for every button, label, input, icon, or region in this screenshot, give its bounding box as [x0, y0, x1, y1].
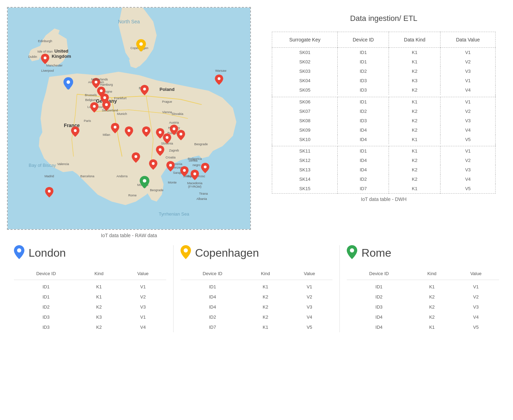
city-table-cell: V4 — [286, 312, 332, 322]
city-col-header: Device ID — [181, 267, 245, 280]
etl-container: Data ingestion/ ETL Surrogate Key Device… — [261, 7, 506, 238]
etl-cell: SK08 — [272, 116, 338, 125]
city-table-cell: K1 — [245, 280, 286, 292]
etl-cell: K1 — [389, 97, 441, 107]
svg-point-72 — [114, 126, 116, 129]
city-name: Rome — [361, 247, 391, 259]
svg-point-65 — [44, 56, 46, 59]
etl-cell: SK13 — [272, 165, 338, 174]
city-table-row: ID7K1V5 — [181, 322, 333, 332]
svg-text:Vienna: Vienna — [162, 110, 172, 114]
map-container: North Sea Bay of Biscay Tyrrhenian Sea U… — [7, 7, 251, 230]
city-table-cell: K2 — [78, 302, 120, 312]
svg-point-77 — [173, 127, 175, 130]
svg-text:Valencia: Valencia — [57, 162, 69, 166]
svg-text:Prague: Prague — [162, 100, 172, 103]
svg-text:Poland: Poland — [160, 87, 175, 92]
svg-point-83 — [183, 169, 186, 172]
city-table-cell: V2 — [453, 292, 499, 302]
etl-cell: SK01 — [272, 48, 338, 57]
svg-text:Madrid: Madrid — [45, 174, 54, 178]
etl-cell: V2 — [441, 156, 496, 165]
svg-point-79 — [74, 129, 77, 132]
svg-text:Manchester: Manchester — [46, 64, 63, 67]
svg-point-84 — [204, 165, 207, 168]
city-table-cell: V4 — [453, 312, 499, 322]
city-table-cell: V5 — [453, 322, 499, 332]
city-table-row: ID1K1V1 — [181, 280, 333, 292]
city-table-cell: V3 — [286, 302, 332, 312]
city-table-cell: ID4 — [181, 302, 245, 312]
etl-cell: V1 — [441, 48, 496, 57]
svg-point-92 — [350, 248, 354, 252]
svg-point-88 — [93, 105, 96, 108]
city-table-row: ID2K2V3 — [14, 302, 166, 312]
etl-cell: SK03 — [272, 67, 338, 76]
col-data-kind: Data Kind — [389, 32, 441, 48]
etl-cell: SK06 — [272, 97, 338, 107]
etl-cell: ID2 — [338, 174, 389, 184]
city-table-cell: K2 — [245, 292, 286, 302]
city-table-row: ID2K2V4 — [181, 312, 333, 322]
svg-text:(FYROM): (FYROM) — [188, 185, 201, 188]
city-table-cell: ID3 — [14, 322, 78, 332]
svg-text:Frankfurt: Frankfurt — [114, 96, 127, 100]
city-table-cell: V5 — [286, 322, 332, 332]
etl-table-label: IoT data table - DWH — [272, 196, 496, 202]
etl-cell: K2 — [389, 85, 441, 95]
svg-point-73 — [128, 129, 130, 132]
etl-cell: K1 — [389, 146, 441, 156]
svg-text:Austria: Austria — [169, 121, 179, 124]
svg-point-60 — [67, 80, 70, 84]
etl-cell: K1 — [389, 57, 441, 67]
svg-point-91 — [184, 248, 188, 252]
svg-text:Andorra: Andorra — [116, 174, 128, 178]
city-table-cell: ID1 — [181, 280, 245, 292]
city-table-cell: V2 — [286, 292, 332, 302]
svg-point-90 — [17, 248, 21, 252]
svg-point-62 — [139, 42, 143, 46]
city-table-cell: ID4 — [347, 312, 411, 322]
svg-text:Bay of Biscay: Bay of Biscay — [29, 163, 56, 168]
city-table-row: ID1K1V1 — [347, 280, 499, 292]
svg-text:Munich: Munich — [117, 112, 127, 116]
etl-cell: ID3 — [338, 76, 389, 85]
svg-point-74 — [145, 129, 148, 132]
etl-cell: SK04 — [272, 76, 338, 85]
svg-text:Paris: Paris — [84, 119, 91, 123]
etl-cell: V1 — [441, 146, 496, 156]
etl-cell: ID3 — [338, 85, 389, 95]
city-table-cell: K2 — [245, 312, 286, 322]
svg-text:Switzerland: Switzerland — [102, 109, 118, 112]
city-table-cell: K2 — [245, 302, 286, 312]
city-table-cell: ID2 — [347, 292, 411, 302]
etl-cell: SK11 — [272, 146, 338, 156]
etl-cell: V1 — [441, 97, 496, 107]
svg-text:Dublin: Dublin — [28, 55, 37, 59]
etl-cell: SK10 — [272, 135, 338, 144]
etl-cell: ID7 — [338, 184, 389, 194]
etl-cell: V2 — [441, 107, 496, 116]
etl-cell: ID4 — [338, 125, 389, 135]
etl-cell: ID1 — [338, 146, 389, 156]
svg-point-86 — [48, 190, 51, 193]
svg-text:United: United — [54, 48, 68, 54]
col-data-value: Data Value — [441, 32, 496, 48]
etl-cell: K1 — [389, 48, 441, 57]
city-table-cell: ID2 — [14, 302, 78, 312]
etl-cell: V1 — [441, 76, 496, 85]
svg-point-70 — [143, 88, 146, 91]
city-table-cell: ID3 — [347, 302, 411, 312]
city-table-row: ID1K1V2 — [14, 292, 166, 302]
bottom-section: London Device IDKindValueID1K1V1ID1K1V2I… — [7, 245, 506, 332]
etl-cell: V4 — [441, 125, 496, 135]
etl-cell: K2 — [389, 174, 441, 184]
etl-cell: K2 — [389, 67, 441, 76]
city-table-cell: V1 — [120, 280, 166, 292]
svg-text:Tirana: Tirana — [199, 192, 208, 195]
etl-cell: ID1 — [338, 97, 389, 107]
city-table-cell: K1 — [78, 292, 120, 302]
svg-text:Beograde: Beograde — [194, 142, 208, 146]
etl-table: Surrogate Key Device ID Data Kind Data V… — [272, 32, 496, 194]
city-panel-london: London Device IDKindValueID1K1V1ID1K1V2I… — [7, 245, 173, 332]
